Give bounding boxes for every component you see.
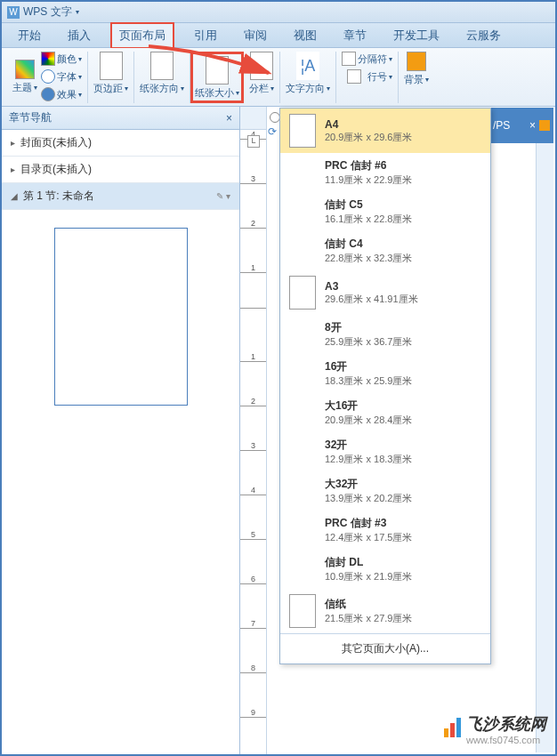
size-dimensions: 22.8厘米 x 32.3厘米 bbox=[325, 252, 412, 265]
menu-item[interactable]: 引用 bbox=[187, 24, 224, 47]
size-dimensions: 12.4厘米 x 17.5厘米 bbox=[325, 531, 412, 544]
menu-item[interactable]: 页面布局 bbox=[110, 22, 174, 49]
line-number-button[interactable]: 行号▾ bbox=[342, 69, 392, 85]
sidebar-item-label: 封面页(未插入) bbox=[20, 135, 92, 150]
ruler-tick: 9 bbox=[240, 708, 266, 718]
paper-icon bbox=[289, 594, 316, 628]
ruler-tick: 5 bbox=[240, 530, 266, 540]
page-thumbnail-area bbox=[2, 210, 239, 754]
ruler-tick: 4 bbox=[240, 486, 266, 495]
ruler-tick bbox=[240, 308, 266, 309]
ruler-tick: 7 bbox=[240, 619, 266, 629]
size-name: A4 bbox=[325, 118, 412, 131]
paper-size-option[interactable]: 信纸21.5厘米 x 27.9厘米 bbox=[280, 589, 490, 633]
right-tab-label: /PS bbox=[493, 119, 510, 132]
size-dimensions: 10.9厘米 x 21.9厘米 bbox=[325, 570, 412, 583]
sidebar-item[interactable]: ▸目录页(未插入) bbox=[2, 157, 239, 183]
ruler-tick: 1 bbox=[240, 352, 266, 362]
font-icon bbox=[41, 69, 55, 84]
watermark-url: www.fs0745.com bbox=[466, 735, 546, 745]
paper-size-option[interactable]: 信封 DL10.9厘米 x 21.9厘米 bbox=[280, 550, 490, 589]
paper-size-option[interactable]: 16开18.3厘米 x 25.9厘米 bbox=[280, 354, 490, 393]
size-dimensions: 20.9厘米 x 29.6厘米 bbox=[325, 131, 412, 144]
columns-button[interactable]: 分栏▾ bbox=[249, 52, 274, 95]
paper-size-option[interactable]: 大16开20.9厘米 x 28.4厘米 bbox=[280, 393, 490, 432]
ribbon-group-theme: 主题▾ 颜色▾ 字体▾ 效果▾ bbox=[7, 52, 88, 103]
ruler-tick: 1 bbox=[240, 263, 266, 273]
effect-button[interactable]: 效果▾ bbox=[41, 87, 82, 103]
toggle-icon: ▸ bbox=[11, 165, 15, 174]
toggle-icon: ◢ bbox=[11, 191, 18, 201]
paper-size-option[interactable]: 8开25.9厘米 x 36.7厘米 bbox=[280, 315, 490, 354]
size-name: 大32开 bbox=[325, 477, 412, 492]
sidebar-close-icon[interactable]: × bbox=[226, 112, 232, 125]
title-dropdown-icon[interactable]: ▾ bbox=[76, 8, 79, 16]
vertical-ruler: 4321123456789 bbox=[240, 130, 266, 754]
ruler-area: 4321123456789 bbox=[240, 107, 267, 754]
size-dimensions: 29.6厘米 x 41.91厘米 bbox=[325, 293, 418, 306]
columns-icon bbox=[250, 52, 273, 80]
sidebar-item-label: 目录页(未插入) bbox=[20, 162, 92, 177]
size-name: PRC 信封 #3 bbox=[325, 516, 412, 531]
title-bar: W WPS 文字 ▾ bbox=[2, 2, 555, 23]
paper-size-option[interactable]: 信封 C516.1厘米 x 22.8厘米 bbox=[280, 192, 490, 231]
margin-button[interactable]: 页边距▾ bbox=[93, 52, 128, 95]
size-dimensions: 25.9厘米 x 36.7厘米 bbox=[325, 335, 412, 349]
sidebar-header: 章节导航 × bbox=[2, 107, 239, 130]
menu-item[interactable]: 章节 bbox=[336, 24, 374, 47]
sidebar: 章节导航 × ▸封面页(未插入)▸目录页(未插入)◢第 1 节: 未命名✎ ▾ bbox=[2, 107, 240, 754]
ruler-tick: 2 bbox=[240, 219, 266, 229]
page-thumbnail[interactable] bbox=[54, 228, 188, 406]
menu-item[interactable]: 视图 bbox=[287, 24, 324, 47]
background-button[interactable]: 背景▾ bbox=[404, 52, 429, 86]
size-name: 大16开 bbox=[325, 398, 412, 414]
ribbon: 主题▾ 颜色▾ 字体▾ 效果▾ 页边距▾ 纸张方向▾ 纸张大小▾ 分栏▾ bbox=[2, 48, 555, 107]
edit-icon[interactable]: ✎ ▾ bbox=[216, 191, 230, 201]
size-name: 8开 bbox=[325, 320, 412, 335]
right-tab-strip[interactable]: /PS × bbox=[489, 108, 553, 143]
paper-size-option[interactable]: 大32开13.9厘米 x 20.2厘米 bbox=[280, 471, 490, 511]
ribbon-group-orientation: 纸张方向▾ bbox=[134, 52, 190, 103]
paper-size-option[interactable]: A420.9厘米 x 29.6厘米 bbox=[280, 109, 490, 153]
ruler-tab-marker[interactable]: L bbox=[247, 135, 260, 148]
size-name: 16开 bbox=[325, 359, 412, 374]
menu-item[interactable]: 开始 bbox=[11, 24, 48, 47]
paper-size-option[interactable]: 信封 C422.8厘米 x 32.3厘米 bbox=[280, 231, 490, 270]
orientation-icon bbox=[150, 52, 174, 80]
paper-size-option[interactable]: 32开12.9厘米 x 18.3厘米 bbox=[280, 432, 490, 471]
size-name: 信封 DL bbox=[325, 555, 412, 570]
ruler-tick: 6 bbox=[240, 575, 266, 584]
font-button[interactable]: 字体▾ bbox=[41, 69, 82, 85]
ruler-corner bbox=[240, 107, 266, 130]
color-button[interactable]: 颜色▾ bbox=[41, 52, 82, 68]
right-tab-panel-icon[interactable] bbox=[539, 120, 550, 131]
size-name: PRC 信封 #6 bbox=[325, 158, 412, 173]
right-panel bbox=[536, 143, 553, 752]
refresh-icon[interactable]: ⟳ bbox=[268, 125, 277, 138]
breaks-button[interactable]: 分隔符▾ bbox=[342, 52, 392, 68]
line-number-icon bbox=[347, 69, 361, 84]
paper-size-option[interactable]: PRC 信封 #312.4厘米 x 17.5厘米 bbox=[280, 511, 490, 550]
paper-size-option[interactable]: PRC 信封 #611.9厘米 x 22.9厘米 bbox=[280, 153, 490, 192]
paper-size-button[interactable]: 纸张大小▾ bbox=[195, 56, 239, 100]
size-name: 32开 bbox=[325, 438, 412, 453]
margin-icon bbox=[100, 52, 123, 80]
theme-button[interactable]: 主题▾ bbox=[12, 60, 37, 94]
menu-item[interactable]: 插入 bbox=[61, 24, 98, 47]
paper-size-option[interactable]: A329.6厘米 x 41.91厘米 bbox=[280, 270, 490, 315]
sidebar-item[interactable]: ◢第 1 节: 未命名✎ ▾ bbox=[2, 183, 239, 210]
ruler-tick: 2 bbox=[240, 397, 266, 406]
text-direction-button[interactable]: ¦A 文字方向▾ bbox=[286, 52, 330, 95]
sidebar-item[interactable]: ▸封面页(未插入) bbox=[2, 130, 239, 157]
ribbon-group-breaks: 分隔符▾ 行号▾ bbox=[336, 52, 399, 103]
size-dimensions: 16.1厘米 x 22.8厘米 bbox=[325, 213, 412, 226]
ribbon-group-textdir: ¦A 文字方向▾ bbox=[280, 52, 336, 103]
orientation-button[interactable]: 纸张方向▾ bbox=[140, 52, 184, 95]
more-sizes-button[interactable]: 其它页面大小(A)... bbox=[280, 633, 490, 664]
menu-item[interactable]: 审阅 bbox=[237, 24, 274, 47]
menu-item[interactable]: 云服务 bbox=[459, 24, 508, 47]
menu-item[interactable]: 开发工具 bbox=[386, 24, 447, 47]
ribbon-group-size: 纸张大小▾ bbox=[190, 52, 244, 103]
app-logo-icon: W bbox=[7, 6, 20, 19]
right-tab-close-icon[interactable]: × bbox=[529, 119, 536, 132]
